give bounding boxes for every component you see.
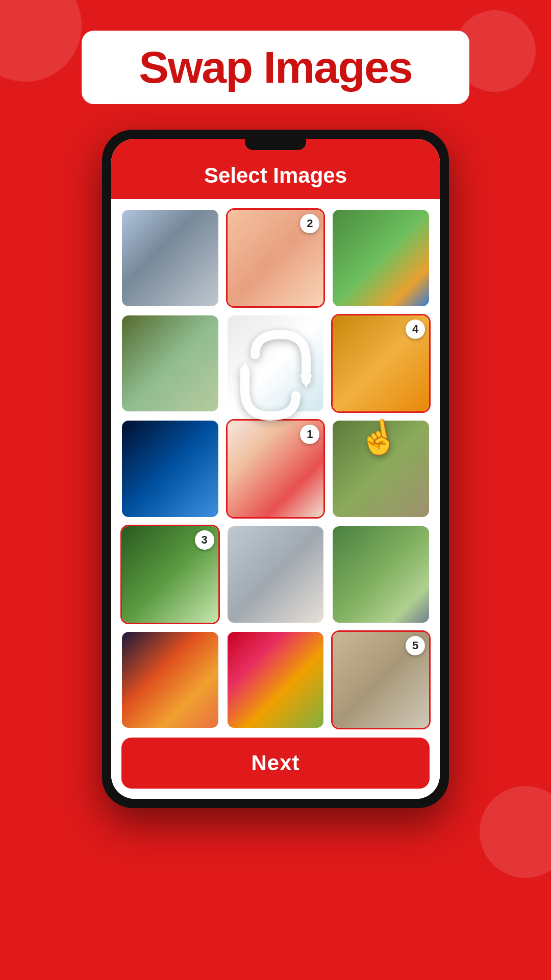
next-button[interactable]: Next [121,738,430,789]
selection-badge-10: 3 [195,530,214,550]
screen-title: Select Images [204,163,347,187]
phone-screen: Select Images 24135 ☝️ [111,139,440,799]
grid-item-skyline[interactable]: 4 [331,314,431,413]
grid-item-waterfall[interactable]: 3 [120,525,220,624]
grid-container: 24135 ☝️ [111,199,440,729]
bg-decoration-br [480,786,551,878]
grid-item-mosque[interactable] [226,314,325,413]
grid-item-city-bridge[interactable] [120,208,220,308]
page-title: Swap Images [139,42,412,92]
phone-mockup: Select Images 24135 ☝️ [102,130,449,808]
grid-item-cottage[interactable] [331,419,431,519]
grid-item-cliffs[interactable] [120,314,220,413]
grid-item-citrus[interactable] [226,630,325,730]
image-grid: 24135 [111,199,440,729]
next-button-area: Next [111,729,440,799]
bg-decoration-tl [0,0,82,82]
title-banner: Swap Images [82,31,469,104]
grid-item-sunset[interactable] [120,630,220,730]
grid-item-hat[interactable]: 5 [331,630,431,730]
grid-item-mountain[interactable] [226,525,325,624]
grid-item-poppies[interactable]: 1 [226,419,325,519]
grid-item-matrix[interactable] [120,419,220,519]
selection-badge-15: 5 [406,636,425,655]
phone-notch [245,139,306,150]
selection-badge-6: 4 [406,320,425,339]
grid-item-green-hill[interactable] [331,525,431,624]
grid-item-girl-donut[interactable]: 2 [226,208,325,308]
grid-item-green-hills[interactable] [331,208,431,308]
